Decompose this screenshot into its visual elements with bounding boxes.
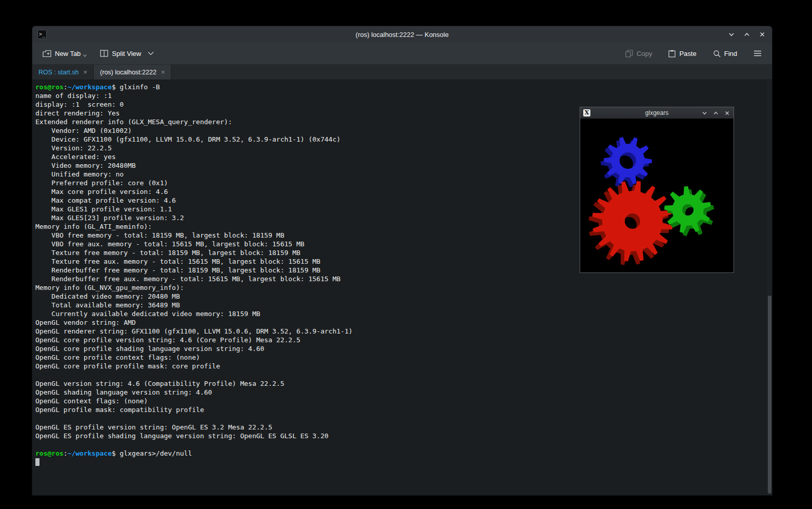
terminal-line: Memory info (GL_NVX_gpu_memory_info): (35, 283, 765, 292)
terminal-line: Total available memory: 36489 MB (35, 301, 765, 309)
terminal-line (35, 440, 765, 449)
konsole-app-icon: >_ (37, 30, 47, 39)
terminal-line: OpenGL version string: 4.6 (Compatibilit… (35, 379, 765, 388)
terminal-cursor (35, 458, 39, 466)
terminal-line: OpenGL profile mask: compatibility profi… (35, 405, 765, 414)
terminal-line: Dedicated video memory: 20480 MB (35, 292, 765, 301)
maximize-button[interactable] (712, 109, 719, 116)
terminal-line: OpenGL core profile version string: 4.6 … (35, 336, 765, 344)
hamburger-menu-icon (754, 50, 762, 56)
close-icon (724, 110, 730, 116)
tab-label: ROS : start.sh (38, 69, 79, 76)
terminal-line: Renderbuffer free aux. memory - total: 1… (35, 275, 765, 283)
new-tab-icon (43, 50, 51, 57)
terminal-line: OpenGL core profile context flags: (none… (35, 353, 765, 362)
search-icon (713, 50, 721, 57)
chevron-down-icon (702, 110, 707, 116)
terminal-line: Currently available dedicated video memo… (35, 309, 765, 318)
minimize-button[interactable] (701, 109, 708, 116)
find-label: Find (724, 50, 737, 57)
terminal-line: ros@ros:~/workspace$ glxinfo -B (35, 83, 765, 91)
find-button[interactable]: Find (709, 47, 741, 61)
window-title: (ros) localhost:2222 — Konsole (32, 31, 772, 38)
terminal-line: OpenGL ES profile shading language versi… (35, 432, 765, 440)
window-controls (727, 30, 767, 39)
new-tab-button[interactable]: New Tab (38, 47, 91, 61)
glxgears-controls (701, 109, 730, 116)
copy-label: Copy (637, 50, 652, 57)
paste-icon (668, 50, 676, 57)
glxgears-titlebar[interactable]: X glxgears (580, 107, 734, 119)
titlebar[interactable]: >_ (ros) localhost:2222 — Konsole (32, 26, 772, 43)
close-icon (759, 31, 766, 38)
tab-bar: ROS : start.sh×(ros) localhost:2222× (32, 65, 772, 80)
paste-button[interactable]: Paste (664, 47, 700, 61)
close-button[interactable] (723, 109, 730, 116)
toolbar: New Tab Split View Copy Paste (32, 43, 772, 65)
scrollbar-thumb[interactable] (768, 296, 771, 494)
chevron-down-icon (148, 51, 154, 55)
tab-label: (ros) localhost:2222 (100, 69, 156, 76)
copy-icon (625, 50, 633, 57)
hamburger-menu-button[interactable] (749, 47, 766, 60)
tab-2[interactable]: (ros) localhost:2222× (94, 65, 171, 80)
terminal-line: OpenGL core profile profile mask: core p… (35, 362, 765, 370)
terminal-line: name of display: :1 (35, 91, 765, 100)
terminal-line: OpenGL shading language version string: … (35, 388, 765, 397)
terminal-line: OpenGL vendor string: AMD (35, 318, 765, 327)
tab-close-icon[interactable]: × (84, 69, 88, 75)
maximize-button[interactable] (742, 30, 751, 39)
chevron-down-icon (83, 54, 87, 57)
tab-close-icon[interactable]: × (161, 69, 165, 75)
copy-button[interactable]: Copy (621, 47, 656, 61)
terminal-line: ros@ros:~/workspace$ glxgears>/dev/null (35, 449, 765, 458)
chevron-up-icon (713, 110, 719, 116)
terminal-line (35, 458, 765, 466)
terminal-line: OpenGL context flags: (none) (35, 397, 765, 405)
terminal-line: OpenGL ES profile version string: OpenGL… (35, 423, 765, 432)
toolbar-right-group: Copy Paste Find (621, 47, 766, 61)
split-view-label: Split View (112, 50, 141, 57)
glxgears-window: X glxgears (580, 107, 734, 273)
split-view-button[interactable]: Split View (96, 47, 158, 61)
terminal-line (35, 370, 765, 379)
chevron-down-icon (728, 31, 735, 38)
desktop: >_ (ros) localhost:2222 — Konsole New Ta… (0, 0, 812, 509)
x11-icon: X (583, 109, 590, 116)
chevron-up-icon (743, 31, 750, 38)
terminal-line: OpenGL renderer string: GFX1100 (gfx1100… (35, 327, 765, 336)
close-button[interactable] (758, 30, 767, 39)
new-tab-label: New Tab (55, 50, 81, 57)
gears-canvas (580, 119, 734, 272)
split-view-icon (100, 50, 108, 57)
terminal-line: OpenGL core profile shading language ver… (35, 344, 765, 353)
terminal-line (35, 414, 765, 423)
paste-label: Paste (679, 50, 696, 57)
minimize-button[interactable] (727, 30, 736, 39)
tab-1[interactable]: ROS : start.sh× (32, 65, 94, 80)
